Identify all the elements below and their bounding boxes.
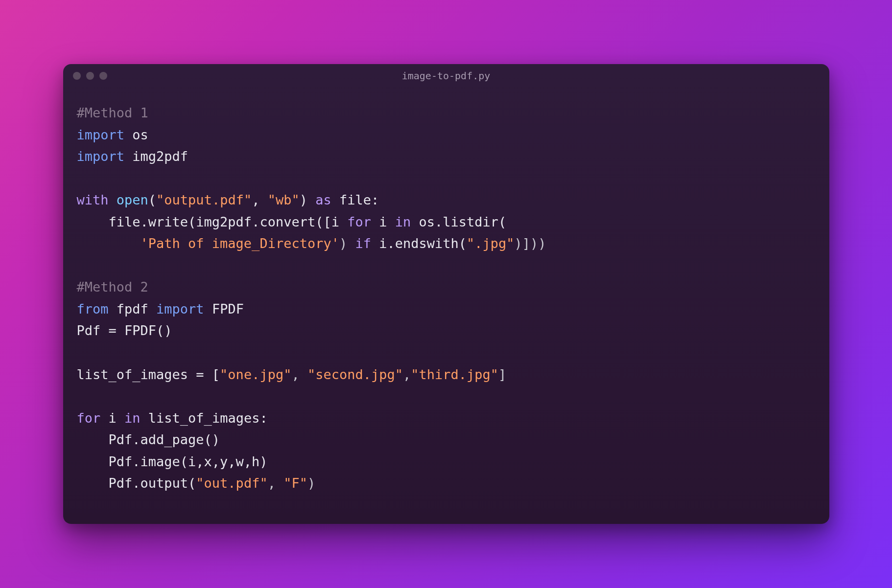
code-keyword: import xyxy=(77,127,125,142)
code-comment: #Method 2 xyxy=(77,279,148,294)
maximize-icon[interactable] xyxy=(99,72,107,80)
code-string: "F" xyxy=(283,475,307,491)
code-text: list_of_images: xyxy=(141,410,268,426)
code-keyword: for xyxy=(347,214,371,229)
code-punct: ) xyxy=(307,475,315,491)
code-text: FPDF xyxy=(204,301,244,317)
code-string: ".jpg" xyxy=(467,236,515,251)
code-text: list_of_images = [ xyxy=(77,367,220,382)
editor-window: image-to-pdf.py #Method 1 import os impo… xyxy=(63,64,829,524)
code-func: open xyxy=(117,192,148,207)
code-text: i xyxy=(100,410,124,426)
code-text: file.write(img2pdf.convert([i xyxy=(109,214,348,229)
code-text: Pdf.image(i,x,y,w,h) xyxy=(77,454,268,469)
code-keyword: from xyxy=(77,301,109,317)
code-string: "second.jpg" xyxy=(307,367,403,382)
code-punct: , xyxy=(291,367,307,382)
code-text: Pdf.output( xyxy=(77,475,196,491)
close-icon[interactable] xyxy=(73,72,81,80)
code-keyword: in xyxy=(395,214,411,229)
code-text: os.listdir( xyxy=(411,214,506,229)
code-keyword: for xyxy=(77,410,101,426)
code-text: i.endswith( xyxy=(371,236,467,251)
code-text: fpdf xyxy=(109,301,157,317)
code-text: Pdf.add_page() xyxy=(77,432,220,447)
code-keyword: as xyxy=(315,192,331,207)
code-string: "third.jpg" xyxy=(411,367,498,382)
code-string: "output.pdf" xyxy=(156,192,252,207)
code-punct: ) xyxy=(339,236,355,251)
code-string: 'Path of image_Directory' xyxy=(141,236,339,251)
traffic-lights xyxy=(73,72,107,80)
code-string: "out.pdf" xyxy=(196,475,267,491)
code-keyword: if xyxy=(355,236,371,251)
code-punct: ] xyxy=(498,367,506,382)
code-comment: #Method 1 xyxy=(77,105,148,120)
code-punct: , xyxy=(268,475,284,491)
code-text: Pdf = FPDF() xyxy=(77,323,172,338)
code-module: img2pdf xyxy=(132,149,188,164)
code-keyword: with xyxy=(77,192,109,207)
titlebar: image-to-pdf.py xyxy=(63,64,829,88)
code-punct: , xyxy=(403,367,411,382)
code-string: "one.jpg" xyxy=(220,367,291,382)
code-punct: )])) xyxy=(515,236,546,251)
code-editor[interactable]: #Method 1 import os import img2pdf with … xyxy=(63,88,829,524)
code-text: i xyxy=(371,214,395,229)
code-keyword: import xyxy=(77,149,125,164)
minimize-icon[interactable] xyxy=(86,72,94,80)
code-module: os xyxy=(132,127,148,142)
code-keyword: import xyxy=(156,301,204,317)
code-id: file: xyxy=(339,192,379,207)
window-title: image-to-pdf.py xyxy=(402,70,491,82)
code-keyword: in xyxy=(124,410,141,426)
code-string: "wb" xyxy=(268,192,300,207)
